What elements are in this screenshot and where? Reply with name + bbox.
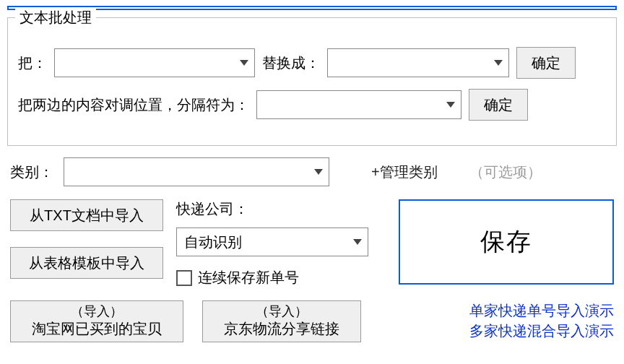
chevron-down-icon [446,102,455,108]
express-company-value: 自动识别 [184,233,347,252]
manage-category-link[interactable]: +管理类别 [371,162,438,182]
swap-sep-combo[interactable] [256,90,462,119]
import-taobao-top: （导入） [20,304,174,320]
optional-label: （可选项） [469,162,542,182]
express-company-combo[interactable]: 自动识别 [176,228,368,256]
import-taobao-button[interactable]: （导入） 淘宝网已买到的宝贝 [10,300,183,342]
save-button[interactable]: 保存 [399,199,614,285]
chevron-down-icon [314,169,323,175]
replace-from-combo[interactable] [54,48,255,77]
category-combo[interactable] [64,157,329,186]
import-jd-top: （导入） [212,304,352,320]
continuous-save-label: 连续保存新单号 [198,268,299,287]
demo-single-link[interactable]: 单家快递单号导入演示 [469,300,614,321]
text-batch-group: 文本批处理 把： 替换成： 确定 把两边的内容对调位置，分隔符为： 确定 [7,17,617,146]
import-jd-bot: 京东物流分享链接 [212,320,352,337]
demo-mixed-link[interactable]: 多家快递混合导入演示 [469,321,614,341]
category-label: 类别： [10,162,53,182]
import-taobao-bot: 淘宝网已买到的宝贝 [20,320,174,337]
continuous-save-checkbox[interactable] [176,270,192,286]
chevron-down-icon [353,239,362,245]
chevron-down-icon [494,60,503,66]
import-txt-button[interactable]: 从TXT文档中导入 [10,199,163,231]
import-jd-button[interactable]: （导入） 京东物流分享链接 [202,300,361,342]
confirm-swap-button[interactable]: 确定 [469,89,528,121]
express-company-label: 快递公司： [176,199,371,219]
group-legend: 文本批处理 [15,8,96,27]
top-highlight-bar [7,6,617,10]
swap-label: 把两边的内容对调位置，分隔符为： [18,95,249,115]
replace-from-label: 把： [18,53,47,73]
confirm-replace-button[interactable]: 确定 [516,47,576,79]
replace-to-label: 替换成： [262,53,320,73]
chevron-down-icon [240,60,248,66]
replace-to-combo[interactable] [327,48,509,77]
import-template-button[interactable]: 从表格模板中导入 [10,247,163,279]
